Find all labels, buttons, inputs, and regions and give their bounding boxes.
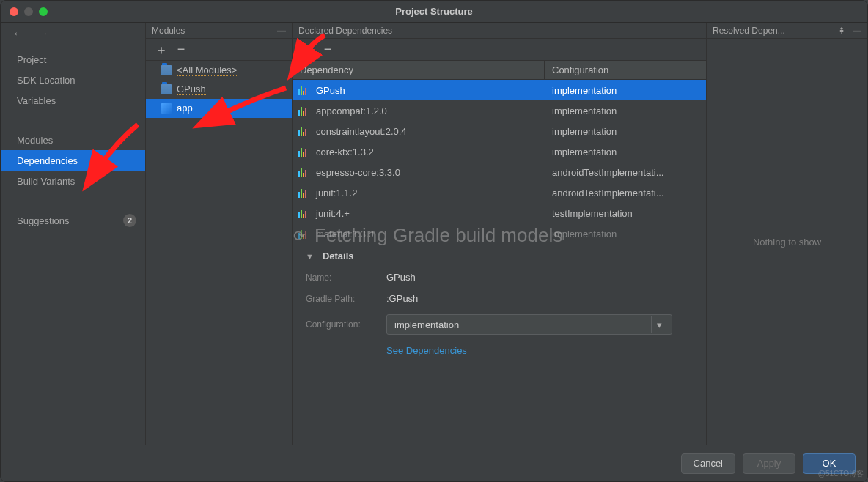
minimize-window-icon[interactable] xyxy=(24,7,33,16)
dependencies-header: Declared Dependencies xyxy=(298,26,392,36)
modules-header: Modules xyxy=(152,26,185,36)
ok-button[interactable]: OK xyxy=(803,453,856,474)
modules-panel: Modules — ＋ − <All Modules> GPush xyxy=(146,23,293,445)
dependency-list: GPush implementation appcompat:1.2.0 imp… xyxy=(293,80,706,240)
library-icon xyxy=(298,85,310,95)
window-title: Project Structure xyxy=(1,6,867,17)
dependency-row[interactable]: core-ktx:1.3.2 implementation xyxy=(293,141,706,162)
nav-back-icon[interactable]: ← xyxy=(12,27,24,40)
module-icon xyxy=(161,84,172,94)
dependency-row[interactable]: junit:1.1.2 androidTestImplementati... xyxy=(293,182,706,203)
library-icon xyxy=(298,167,310,177)
dependencies-toolbar: ＋ − xyxy=(293,39,706,61)
library-icon xyxy=(298,188,310,198)
titlebar: Project Structure xyxy=(1,1,867,23)
details-toggle-icon[interactable]: ▼ xyxy=(306,252,314,261)
resolved-panel: Resolved Depen... ⇞ — Nothing to show xyxy=(706,23,867,445)
dependency-row[interactable]: espresso-core:3.3.0 androidTestImplement… xyxy=(293,162,706,182)
detail-name-value: GPush xyxy=(386,272,416,283)
detail-path-value: :GPush xyxy=(386,293,418,304)
add-module-button[interactable]: ＋ xyxy=(155,41,166,59)
dependency-row[interactable]: junit:4.+ testImplementation xyxy=(293,203,706,223)
detail-name-label: Name: xyxy=(306,272,386,283)
see-dependencies-link[interactable]: See Dependencies xyxy=(386,345,467,356)
sidebar-item-dependencies[interactable]: Dependencies xyxy=(1,150,145,171)
library-icon xyxy=(298,105,310,116)
remove-module-button[interactable]: − xyxy=(175,42,187,57)
window-controls xyxy=(1,7,48,16)
sidebar-item-suggestions[interactable]: Suggestions 2 xyxy=(1,210,145,231)
sidebar-item-project[interactable]: Project xyxy=(1,49,145,70)
close-window-icon[interactable] xyxy=(10,7,18,16)
apply-button[interactable]: Apply xyxy=(743,453,795,474)
detail-config-label: Configuration: xyxy=(306,319,386,330)
configuration-select[interactable]: implementation ▾ xyxy=(386,314,672,335)
module-list: <All Modules> GPush app xyxy=(146,61,292,445)
modules-collapse-icon[interactable]: — xyxy=(277,26,286,36)
zoom-window-icon[interactable] xyxy=(39,7,48,16)
modules-toolbar: ＋ − xyxy=(146,39,292,61)
library-icon xyxy=(298,147,310,157)
nav-forward-icon[interactable]: → xyxy=(37,27,49,40)
module-app[interactable]: app xyxy=(146,99,292,118)
main-panels: Modules — ＋ − <All Modules> GPush xyxy=(146,23,867,445)
add-dependency-button[interactable]: ＋ xyxy=(301,41,313,59)
module-icon xyxy=(161,103,172,114)
details-panel: ▼ Details Name: GPush Gradle Path: :GPus… xyxy=(293,240,706,362)
detail-path-label: Gradle Path: xyxy=(306,294,386,304)
nav-history: ← → xyxy=(1,23,145,45)
resolved-header: Resolved Depen... xyxy=(713,26,838,36)
tree-options-icon[interactable]: ⇞ xyxy=(838,26,845,36)
resolved-empty-text: Nothing to show xyxy=(753,237,821,248)
dependency-row[interactable]: appcompat:1.2.0 implementation xyxy=(293,100,706,121)
project-structure-window: Project Structure ← → Project SDK Locati… xyxy=(0,0,868,482)
dependency-table-header: Dependency Configuration xyxy=(293,61,706,80)
library-icon xyxy=(298,208,310,218)
dependencies-panel: Declared Dependencies ＋ − Dependency Con… xyxy=(293,23,706,445)
dependency-row[interactable]: GPush implementation xyxy=(293,80,706,100)
dialog-footer: Cancel Apply OK xyxy=(1,445,867,481)
suggestions-badge: 2 xyxy=(123,214,136,227)
dependency-column-header[interactable]: Dependency xyxy=(293,61,545,79)
remove-dependency-button[interactable]: − xyxy=(322,42,334,57)
library-icon xyxy=(298,126,310,136)
sidebar-item-build-variants[interactable]: Build Variants xyxy=(1,171,145,191)
left-sidebar: ← → Project SDK Location Variables Modul… xyxy=(1,23,146,445)
library-icon xyxy=(298,229,310,239)
dependency-row[interactable]: material:1.3.0 implementation xyxy=(293,223,706,240)
module-icon xyxy=(161,65,172,75)
resolved-collapse-icon[interactable]: — xyxy=(853,26,861,36)
chevron-down-icon: ▾ xyxy=(651,316,667,333)
details-title: Details xyxy=(323,251,354,262)
cancel-button[interactable]: Cancel xyxy=(681,453,735,474)
dependency-row[interactable]: constraintlayout:2.0.4 implementation xyxy=(293,121,706,141)
sidebar-item-modules[interactable]: Modules xyxy=(1,130,145,150)
content: ← → Project SDK Location Variables Modul… xyxy=(1,23,867,445)
sidebar-item-variables[interactable]: Variables xyxy=(1,90,145,111)
module-gpush[interactable]: GPush xyxy=(146,80,292,99)
module-all[interactable]: <All Modules> xyxy=(146,61,292,80)
sidebar-item-sdk-location[interactable]: SDK Location xyxy=(1,70,145,90)
configuration-column-header[interactable]: Configuration xyxy=(545,61,706,79)
